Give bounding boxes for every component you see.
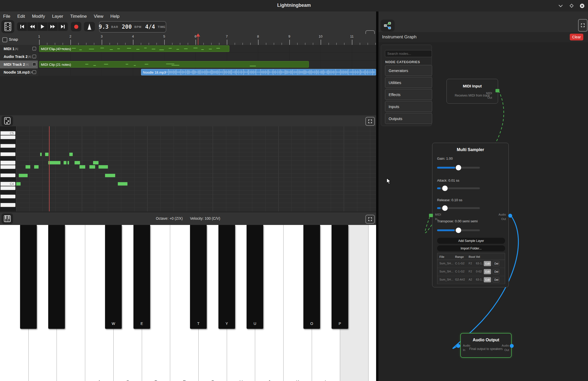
piano-roll-note[interactable] [64, 161, 66, 164]
audio-out-port[interactable] [508, 214, 512, 218]
metronome-button[interactable] [84, 22, 95, 31]
track-lane[interactable] [38, 53, 376, 61]
delete-layer-button[interactable]: Del [493, 277, 499, 282]
key-strip-white-key[interactable] [1, 161, 15, 164]
fast-forward-button[interactable] [48, 22, 58, 31]
node-midi-input[interactable]: MIDI Input Receives MIDI from track MIDI… [446, 79, 498, 104]
keyboard-fullscreen-button[interactable] [365, 215, 375, 224]
track-lane[interactable]: Noodle 18.mp3 [38, 68, 376, 76]
track-minimize-button[interactable]: - [32, 47, 36, 51]
track-header-audio-track-2[interactable]: Audio Track 2[A]- [0, 53, 38, 61]
delete-layer-button[interactable]: Del [493, 269, 499, 274]
slider-thumb[interactable] [442, 205, 448, 211]
key-strip-white-key[interactable] [1, 174, 15, 177]
midi-in-port[interactable] [429, 214, 433, 217]
track-header-midi-1[interactable]: MIDI 1[A]- [0, 45, 38, 53]
timeline-mode-button[interactable] [1, 20, 14, 33]
black-key-E[interactable]: E [133, 225, 150, 329]
slider-thumb[interactable] [456, 228, 461, 233]
audio-clip[interactable]: Noodle 18.mp3 [141, 69, 376, 75]
piano-roll-note[interactable] [40, 153, 42, 156]
black-key-U[interactable]: U [247, 225, 263, 329]
clear-graph-button[interactable]: Clear [570, 34, 583, 40]
transport-display[interactable]: 9.3 BAR 200 BPM 4/4 TIME [99, 21, 166, 33]
piano-roll-fullscreen-button[interactable] [365, 117, 375, 126]
import-folder-button[interactable]: Import Folder... [437, 245, 505, 251]
piano-roll-note[interactable] [26, 165, 30, 169]
menu-item-layer[interactable]: Layer [52, 14, 63, 19]
track-lane[interactable]: MIDI Clip (21 notes) [38, 61, 376, 68]
edit-layer-button[interactable]: Edit [484, 269, 491, 274]
rewind-button[interactable] [27, 22, 37, 31]
key-strip-white-key[interactable]: C5 [1, 131, 15, 135]
key-strip-white-key[interactable] [1, 135, 15, 139]
black-key-Y[interactable]: Y [218, 225, 235, 329]
audio-in-port[interactable] [456, 344, 460, 348]
category-inputs[interactable]: Inputs [385, 101, 432, 112]
key-strip-white-key[interactable] [1, 152, 15, 156]
piano-roll-note[interactable] [69, 153, 73, 156]
track-header-noodle-18-mp3[interactable]: Noodle 18.mp3[A]- [0, 68, 38, 76]
piano-roll-note[interactable] [89, 165, 95, 169]
menu-item-modify[interactable]: Modify [32, 14, 45, 19]
key-strip-white-key[interactable] [1, 144, 15, 148]
maximize-icon[interactable] [568, 2, 575, 9]
key-strip-white-key[interactable]: C4 [1, 182, 15, 186]
key-strip-white-key[interactable] [1, 165, 15, 169]
graph-fullscreen-button[interactable] [578, 19, 587, 32]
track-area-empty[interactable] [0, 76, 376, 115]
menu-item-file[interactable]: File [3, 14, 10, 19]
skip-start-button[interactable] [17, 22, 27, 31]
piano-roll-note[interactable] [48, 161, 60, 164]
piano-roll-editor[interactable]: C5C4 [0, 126, 376, 211]
category-effects[interactable]: Effects [385, 89, 432, 100]
play-button[interactable] [38, 22, 47, 31]
piano-roll-note[interactable] [45, 153, 48, 156]
piano-roll-note[interactable] [75, 161, 80, 164]
panel-divider[interactable] [376, 11, 378, 381]
graph-view-button[interactable] [381, 20, 395, 32]
gain-slider[interactable] [437, 167, 480, 169]
midi-clip[interactable]: MIDI Clip (40 notes) [39, 45, 229, 52]
piano-roll-note[interactable] [93, 161, 99, 164]
edit-layer-button[interactable]: Edit [484, 277, 491, 282]
graph-canvas[interactable]: NODE CATEGORIES GeneratorsUtilitiesEffec… [378, 42, 588, 381]
search-input[interactable] [385, 50, 432, 57]
key-strip-white-key[interactable] [1, 203, 15, 207]
slider-thumb[interactable] [442, 186, 448, 191]
delete-layer-button[interactable]: Del [493, 261, 499, 266]
piano-roll-note[interactable] [68, 161, 69, 164]
virtual-keyboard[interactable]: ASDFGHJKL;WETYUOP [0, 225, 376, 381]
key-strip-white-key[interactable] [1, 195, 15, 198]
add-sample-layer-button[interactable]: Add Sample Layer [437, 238, 505, 244]
track-minimize-button[interactable]: - [32, 55, 36, 58]
piano-roll-note[interactable] [79, 165, 85, 169]
menu-item-view[interactable]: View [94, 14, 103, 19]
close-icon[interactable] [579, 2, 585, 9]
piano-roll-note[interactable] [118, 182, 127, 186]
piano-roll-note[interactable] [19, 174, 28, 177]
white-key[interactable] [368, 225, 376, 381]
black-key-P[interactable]: P [332, 225, 348, 329]
track-minimize-button[interactable]: - [32, 62, 36, 66]
menu-item-timeline[interactable]: Timeline [70, 14, 87, 19]
track-minimize-button[interactable]: - [32, 70, 36, 74]
black-key-T[interactable]: T [190, 225, 207, 329]
menu-item-edit[interactable]: Edit [17, 14, 25, 19]
minimize-icon[interactable] [557, 2, 564, 9]
track-lane[interactable]: MIDI Clip (40 notes) [38, 45, 376, 53]
piano-roll-note[interactable] [34, 165, 39, 169]
transpose-slider[interactable] [437, 229, 480, 231]
slider-thumb[interactable] [456, 165, 461, 170]
record-button[interactable] [71, 22, 81, 31]
piano-roll-note[interactable] [105, 174, 115, 177]
midi-out-port[interactable] [495, 89, 499, 92]
black-key[interactable] [20, 225, 37, 329]
category-utilities[interactable]: Utilities [385, 77, 432, 88]
node-multi-sampler[interactable]: Multi Sampler Gain: 1.00 Attack: 0.01 ss… [432, 143, 509, 287]
release-slider[interactable] [437, 207, 480, 209]
audio-out-port[interactable] [510, 344, 514, 348]
category-outputs[interactable]: Outputs [385, 113, 432, 124]
node-audio-output[interactable]: Audio Output Final output to speakers Au… [460, 333, 512, 358]
piano-roll-view-button[interactable] [2, 116, 13, 126]
